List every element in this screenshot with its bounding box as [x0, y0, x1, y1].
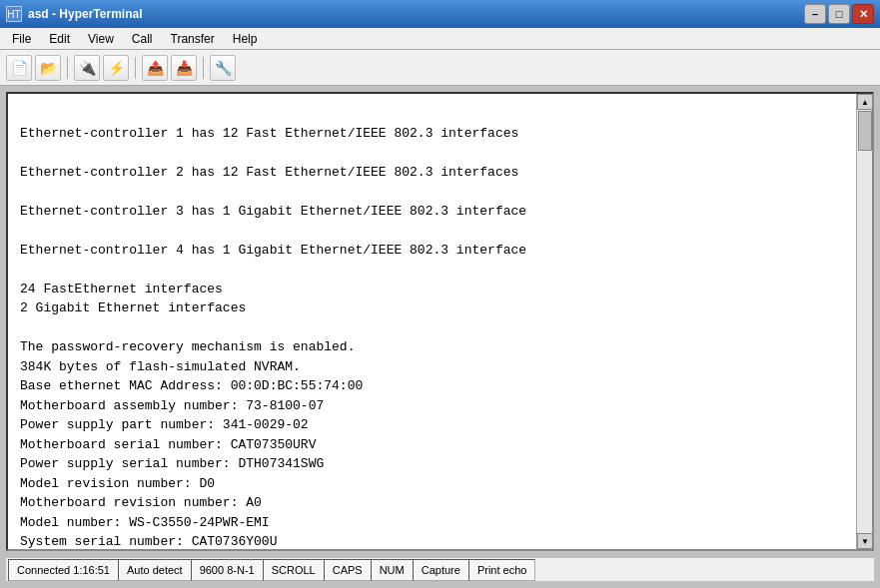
- status-baud: 9600 8-N-1: [191, 559, 263, 581]
- menu-edit[interactable]: Edit: [41, 30, 78, 48]
- window-title: asd - HyperTerminal: [28, 7, 142, 21]
- toolbar-separator-3: [203, 57, 204, 79]
- menu-transfer[interactable]: Transfer: [163, 30, 223, 48]
- scrollbar-down-button[interactable]: ▼: [857, 533, 873, 549]
- title-bar: HT asd - HyperTerminal – □ ✕: [0, 0, 880, 28]
- status-bar: Connected 1:16:51 Auto detect 9600 8-N-1…: [6, 557, 874, 581]
- close-button[interactable]: ✕: [852, 4, 874, 24]
- app-icon: HT: [6, 6, 22, 22]
- status-num: NUM: [371, 559, 413, 581]
- toolbar-separator-1: [67, 57, 68, 79]
- send-button[interactable]: 📤: [142, 55, 168, 81]
- properties-button[interactable]: 🔧: [210, 55, 236, 81]
- status-detect: Auto detect: [118, 559, 191, 581]
- scrollbar-thumb[interactable]: [858, 111, 872, 151]
- maximize-button[interactable]: □: [828, 4, 850, 24]
- toolbar: 📄 📂 🔌 ⚡ 📤 📥 🔧: [0, 50, 880, 86]
- status-connection: Connected 1:16:51: [8, 559, 118, 581]
- status-capture: Capture: [413, 559, 468, 581]
- receive-button[interactable]: 📥: [171, 55, 197, 81]
- menu-help[interactable]: Help: [225, 30, 266, 48]
- disconnect-button[interactable]: ⚡: [103, 55, 129, 81]
- open-button[interactable]: 📂: [35, 55, 61, 81]
- status-print-echo: Print echo: [468, 559, 536, 581]
- menu-call[interactable]: Call: [124, 30, 161, 48]
- menu-file[interactable]: File: [4, 30, 39, 48]
- status-scroll: SCROLL: [263, 559, 324, 581]
- connect-button[interactable]: 🔌: [74, 55, 100, 81]
- title-bar-left: HT asd - HyperTerminal: [6, 6, 142, 22]
- minimize-button[interactable]: –: [804, 4, 826, 24]
- status-caps: CAPS: [324, 559, 371, 581]
- terminal-output[interactable]: Ethernet-controller 1 has 12 Fast Ethern…: [8, 94, 856, 549]
- toolbar-separator-2: [135, 57, 136, 79]
- terminal-scrollbar[interactable]: ▲ ▼: [856, 94, 872, 549]
- new-button[interactable]: 📄: [6, 55, 32, 81]
- scrollbar-track[interactable]: [857, 110, 872, 533]
- terminal-container: Ethernet-controller 1 has 12 Fast Ethern…: [6, 92, 874, 551]
- menu-view[interactable]: View: [80, 30, 122, 48]
- menu-bar: File Edit View Call Transfer Help: [0, 28, 880, 50]
- title-bar-buttons: – □ ✕: [804, 4, 874, 24]
- scrollbar-up-button[interactable]: ▲: [857, 94, 873, 110]
